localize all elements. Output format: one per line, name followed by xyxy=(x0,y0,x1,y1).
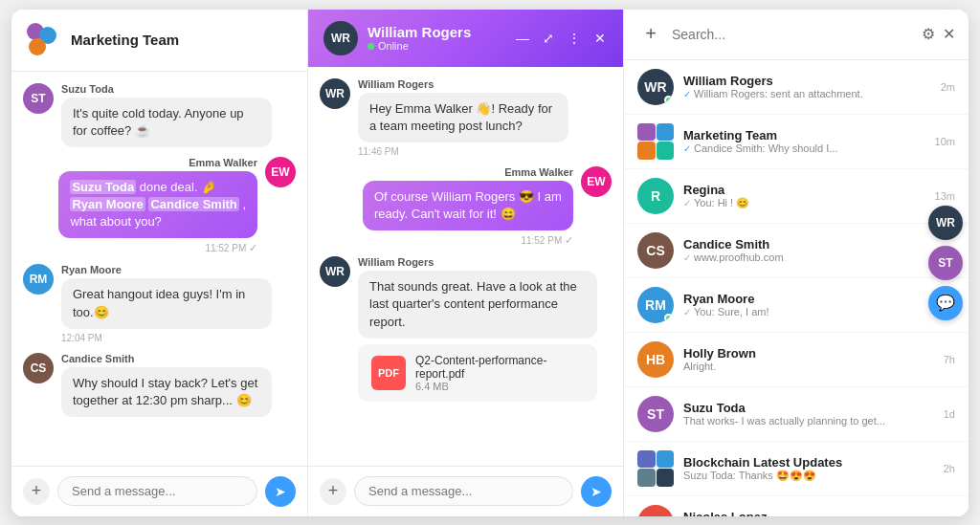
dm-contact-name: William Rogers xyxy=(368,24,504,40)
contact-name: Candice Smith xyxy=(683,237,934,252)
message-content: Ryan Moore Great hangout idea guys! I'm … xyxy=(61,264,272,342)
contact-info: Holly Brown Alright. xyxy=(683,346,934,372)
floating-avatar-william[interactable]: WR xyxy=(928,206,963,240)
group-avatar xyxy=(637,450,674,487)
contact-name: Suzu Toda xyxy=(683,401,934,415)
group-chat-messages: ST Suzu Toda It's quite cold today. Anyo… xyxy=(11,72,307,466)
contact-time: 7h xyxy=(944,354,955,365)
contact-preview: ✓ William Rogers: sent an attachment. xyxy=(683,88,931,99)
contact-name: Regina xyxy=(683,183,925,197)
contact-avatar: HB xyxy=(637,341,674,378)
group-chat-input-row: + ➤ xyxy=(11,466,307,516)
contact-preview: Suzu Toda: Thanks 🤩😍😍 xyxy=(683,470,934,482)
sender-name: William Rogers xyxy=(358,78,568,90)
contact-item-william-rogers[interactable]: WR William Rogers ✓ William Rogers: sent… xyxy=(624,60,969,115)
contact-avatar: ST xyxy=(637,396,674,432)
contact-info: Suzu Toda That works- I was actually pla… xyxy=(683,401,934,427)
contact-info: Blockchain Latest Updates Suzu Toda: Tha… xyxy=(683,455,934,482)
header-icons: ⚙ ✕ xyxy=(922,25,955,43)
avatar: RM xyxy=(23,264,54,295)
group-avatar xyxy=(637,123,674,160)
contact-item-nicolas-lopez[interactable]: NL Nicolas Lopez lol 😎😎 1w xyxy=(624,496,969,516)
message-content: William Rogers That sounds great. Have a… xyxy=(358,256,597,402)
message-row: EW Emma Walker Suzu Toda done deal. 🤌 Ry… xyxy=(23,157,296,255)
avatar: ST xyxy=(23,83,54,114)
close-panel-button[interactable]: ✕ xyxy=(943,25,955,43)
message-row: WR William Rogers Hey Emma Walker 👋! Rea… xyxy=(320,78,612,157)
settings-button[interactable]: ⚙ xyxy=(922,25,935,43)
expand-button[interactable]: ⤢ xyxy=(541,29,556,48)
message-bubble: Suzu Toda done deal. 🤌 Ryan Moore Candic… xyxy=(58,171,257,239)
attachment-size: 6.4 MB xyxy=(415,381,584,392)
contact-info: Marketing Team ✓ Candice Smith: Why shou… xyxy=(683,128,925,154)
contact-item-regina[interactable]: R Regina ✓ You: Hi ! 😊 13m xyxy=(624,169,969,224)
sender-name: Ryan Moore xyxy=(61,264,272,275)
check-icon: ✓ xyxy=(683,252,691,263)
contact-info: William Rogers ✓ William Rogers: sent an… xyxy=(683,74,931,99)
dm-chat-messages: WR William Rogers Hey Emma Walker 👋! Rea… xyxy=(308,67,623,466)
contact-avatar: NL xyxy=(637,505,674,516)
contact-item-holly-brown[interactable]: HB Holly Brown Alright. 7h xyxy=(624,333,969,387)
avatar: WR xyxy=(320,78,350,109)
message-time: 11:46 PM xyxy=(358,146,568,157)
contact-item-ryan-moore[interactable]: RM Ryan Moore ✓ You: Sure, I am! 5h xyxy=(624,278,969,333)
message-bubble: Great hangout idea guys! I'm in too.😊 xyxy=(61,278,272,328)
message-bubble: Of course William Rogers 😎 I am ready. C… xyxy=(363,181,573,230)
message-content: Candice Smith Why should I stay back? Le… xyxy=(61,353,272,417)
contacts-header: + ⚙ ✕ xyxy=(624,10,969,60)
contacts-list: WR William Rogers ✓ William Rogers: sent… xyxy=(624,60,969,516)
floating-avatars: WR ST 💬 xyxy=(923,200,969,326)
contact-preview: Alright. xyxy=(683,361,934,372)
contact-name: Ryan Moore xyxy=(683,292,934,306)
dm-header-info: William Rogers Online xyxy=(368,24,504,52)
sender-name: Emma Walker xyxy=(363,166,573,178)
contact-preview: That works- I was actually planning to g… xyxy=(683,415,934,427)
message-bubble: Why should I stay back? Let's get togeth… xyxy=(61,367,272,417)
check-icon: ✓ xyxy=(683,89,691,99)
send-message-button[interactable]: ➤ xyxy=(581,476,612,507)
group-message-input[interactable] xyxy=(57,476,257,506)
close-button[interactable]: ✕ xyxy=(592,29,608,48)
contact-info: Nicolas Lopez lol 😎😎 xyxy=(683,510,932,516)
attachment-bubble[interactable]: PDF Q2-Content-performance-report.pdf 6.… xyxy=(358,344,597,402)
floating-avatar-suzu[interactable]: ST xyxy=(928,246,963,280)
message-row: CS Candice Smith Why should I stay back?… xyxy=(23,353,296,417)
contact-name: Holly Brown xyxy=(683,346,934,361)
message-content: William Rogers Hey Emma Walker 👋! Ready … xyxy=(358,78,568,157)
contact-info: Candice Smith ✓ www.proofhub.com xyxy=(683,237,934,263)
contact-name: Marketing Team xyxy=(683,128,925,142)
contact-item-suzu-toda[interactable]: ST Suzu Toda That works- I was actually … xyxy=(624,387,969,442)
dm-header-actions: — ⤢ ⋮ ✕ xyxy=(514,29,608,48)
contact-preview: ✓ You: Hi ! 😊 xyxy=(683,197,925,209)
add-attachment-button[interactable]: + xyxy=(320,478,346,505)
message-bubble: It's quite cold today. Anyone up for cof… xyxy=(61,98,272,147)
contact-time: 2h xyxy=(944,463,955,474)
contact-item-marketing-team[interactable]: Marketing Team ✓ Candice Smith: Why shou… xyxy=(624,115,969,169)
contact-info: Ryan Moore ✓ You: Sure, I am! xyxy=(683,292,934,317)
add-contact-button[interactable]: + xyxy=(637,21,664,48)
sender-name: Candice Smith xyxy=(61,353,272,364)
minimize-button[interactable]: — xyxy=(514,29,531,48)
avatar: EW xyxy=(265,157,296,187)
contact-item-blockchain[interactable]: Blockchain Latest Updates Suzu Toda: Tha… xyxy=(624,442,969,496)
dm-message-input[interactable] xyxy=(354,476,573,506)
search-input[interactable] xyxy=(672,27,914,42)
message-row: RM Ryan Moore Great hangout idea guys! I… xyxy=(23,264,296,342)
add-attachment-button[interactable]: + xyxy=(23,478,50,505)
close-icon: ✕ xyxy=(943,25,955,43)
message-row: EW Emma Walker Of course William Rogers … xyxy=(320,166,612,247)
group-avatar xyxy=(27,23,61,57)
dm-chat-input-row: + ➤ xyxy=(308,466,623,516)
attachment-info: Q2-Content-performance-report.pdf 6.4 MB xyxy=(415,354,584,392)
send-message-button[interactable]: ➤ xyxy=(265,476,296,507)
contact-time: 10m xyxy=(935,136,955,147)
message-time: 11:52 PM ✓ xyxy=(363,234,573,247)
contact-preview: ✓ You: Sure, I am! xyxy=(683,306,934,317)
floating-chat-button[interactable]: 💬 xyxy=(928,286,963,320)
message-row: ST Suzu Toda It's quite cold today. Anyo… xyxy=(23,83,296,147)
contact-item-candice-smith[interactable]: CS Candice Smith ✓ www.proofhub.com 1h xyxy=(624,224,969,278)
contact-name: Nicolas Lopez xyxy=(683,510,932,516)
contact-time: 1d xyxy=(944,408,955,420)
contact-preview: ✓ Candice Smith: Why should I... xyxy=(683,142,925,154)
more-options-button[interactable]: ⋮ xyxy=(566,29,583,48)
